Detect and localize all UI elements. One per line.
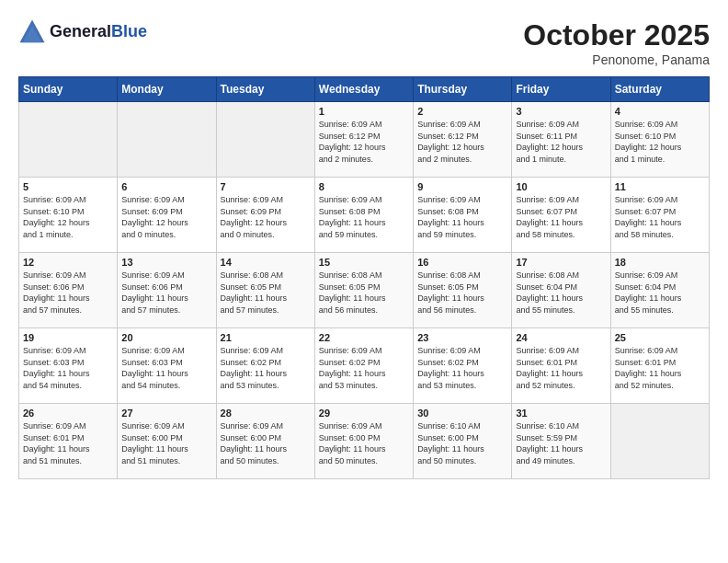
- day-number: 13: [121, 257, 211, 268]
- weekday-header: Thursday: [414, 77, 512, 102]
- day-number: 28: [221, 408, 311, 419]
- weekday-header: Tuesday: [216, 77, 314, 102]
- day-info: Sunrise: 6:09 AM Sunset: 6:12 PM Dayligh…: [417, 119, 507, 165]
- calendar-cell: 6Sunrise: 6:09 AM Sunset: 6:09 PM Daylig…: [118, 178, 216, 253]
- day-info: Sunrise: 6:09 AM Sunset: 6:09 PM Dayligh…: [121, 194, 211, 240]
- calendar-cell: 4Sunrise: 6:09 AM Sunset: 6:10 PM Daylig…: [610, 102, 709, 178]
- day-number: 21: [221, 332, 311, 343]
- calendar-cell: [610, 404, 709, 479]
- day-info: Sunrise: 6:09 AM Sunset: 6:11 PM Dayligh…: [516, 119, 606, 165]
- day-number: 3: [516, 106, 606, 117]
- page-header: GeneralBlue October 2025 Penonome, Panam…: [18, 18, 710, 67]
- calendar-cell: 12Sunrise: 6:09 AM Sunset: 6:06 PM Dayli…: [19, 253, 118, 328]
- day-number: 10: [516, 181, 606, 192]
- logo: GeneralBlue: [18, 18, 147, 46]
- day-number: 16: [417, 257, 507, 268]
- day-number: 24: [516, 332, 606, 343]
- day-number: 31: [516, 408, 606, 419]
- calendar-cell: 22Sunrise: 6:09 AM Sunset: 6:02 PM Dayli…: [314, 328, 413, 404]
- calendar-week-row: 12Sunrise: 6:09 AM Sunset: 6:06 PM Dayli…: [19, 253, 710, 328]
- calendar-cell: 3Sunrise: 6:09 AM Sunset: 6:11 PM Daylig…: [512, 102, 610, 178]
- weekday-header: Sunday: [19, 77, 118, 102]
- day-number: 9: [417, 181, 507, 192]
- day-info: Sunrise: 6:09 AM Sunset: 6:07 PM Dayligh…: [615, 194, 705, 240]
- calendar-week-row: 26Sunrise: 6:09 AM Sunset: 6:01 PM Dayli…: [19, 404, 710, 479]
- calendar-cell: 21Sunrise: 6:09 AM Sunset: 6:02 PM Dayli…: [216, 328, 314, 404]
- calendar-cell: 15Sunrise: 6:08 AM Sunset: 6:05 PM Dayli…: [314, 253, 413, 328]
- day-number: 6: [121, 181, 211, 192]
- day-info: Sunrise: 6:08 AM Sunset: 6:05 PM Dayligh…: [319, 270, 409, 316]
- day-number: 19: [23, 332, 113, 343]
- day-info: Sunrise: 6:09 AM Sunset: 6:12 PM Dayligh…: [319, 119, 409, 165]
- logo-icon: [18, 18, 46, 46]
- weekday-header: Friday: [512, 77, 610, 102]
- day-info: Sunrise: 6:08 AM Sunset: 6:05 PM Dayligh…: [221, 270, 311, 316]
- logo-text: GeneralBlue: [50, 23, 147, 41]
- day-info: Sunrise: 6:09 AM Sunset: 6:09 PM Dayligh…: [221, 194, 311, 240]
- calendar-cell: 26Sunrise: 6:09 AM Sunset: 6:01 PM Dayli…: [19, 404, 118, 479]
- day-info: Sunrise: 6:09 AM Sunset: 6:07 PM Dayligh…: [516, 194, 606, 240]
- day-info: Sunrise: 6:09 AM Sunset: 6:04 PM Dayligh…: [615, 270, 705, 316]
- day-info: Sunrise: 6:10 AM Sunset: 6:00 PM Dayligh…: [417, 420, 507, 466]
- calendar-table: SundayMondayTuesdayWednesdayThursdayFrid…: [18, 76, 710, 479]
- day-info: Sunrise: 6:09 AM Sunset: 6:00 PM Dayligh…: [221, 420, 311, 466]
- day-number: 14: [221, 257, 311, 268]
- calendar-cell: 8Sunrise: 6:09 AM Sunset: 6:08 PM Daylig…: [314, 178, 413, 253]
- calendar-cell: 5Sunrise: 6:09 AM Sunset: 6:10 PM Daylig…: [19, 178, 118, 253]
- calendar-cell: 14Sunrise: 6:08 AM Sunset: 6:05 PM Dayli…: [216, 253, 314, 328]
- day-number: 15: [319, 257, 409, 268]
- calendar-cell: 28Sunrise: 6:09 AM Sunset: 6:00 PM Dayli…: [216, 404, 314, 479]
- weekday-header: Monday: [118, 77, 216, 102]
- day-info: Sunrise: 6:09 AM Sunset: 6:08 PM Dayligh…: [417, 194, 507, 240]
- calendar-cell: 13Sunrise: 6:09 AM Sunset: 6:06 PM Dayli…: [118, 253, 216, 328]
- calendar-cell: 9Sunrise: 6:09 AM Sunset: 6:08 PM Daylig…: [414, 178, 512, 253]
- day-info: Sunrise: 6:09 AM Sunset: 6:00 PM Dayligh…: [319, 420, 409, 466]
- calendar-week-row: 1Sunrise: 6:09 AM Sunset: 6:12 PM Daylig…: [19, 102, 710, 178]
- calendar-week-row: 19Sunrise: 6:09 AM Sunset: 6:03 PM Dayli…: [19, 328, 710, 404]
- weekday-header: Saturday: [610, 77, 709, 102]
- day-number: 11: [615, 181, 705, 192]
- day-info: Sunrise: 6:09 AM Sunset: 6:10 PM Dayligh…: [23, 194, 113, 240]
- day-info: Sunrise: 6:09 AM Sunset: 6:02 PM Dayligh…: [319, 345, 409, 391]
- day-info: Sunrise: 6:09 AM Sunset: 6:02 PM Dayligh…: [417, 345, 507, 391]
- day-number: 23: [417, 332, 507, 343]
- calendar-cell: 16Sunrise: 6:08 AM Sunset: 6:05 PM Dayli…: [414, 253, 512, 328]
- calendar-week-row: 5Sunrise: 6:09 AM Sunset: 6:10 PM Daylig…: [19, 178, 710, 253]
- day-number: 22: [319, 332, 409, 343]
- day-number: 17: [516, 257, 606, 268]
- calendar-cell: 30Sunrise: 6:10 AM Sunset: 6:00 PM Dayli…: [414, 404, 512, 479]
- calendar-header: SundayMondayTuesdayWednesdayThursdayFrid…: [19, 77, 710, 102]
- calendar-cell: 20Sunrise: 6:09 AM Sunset: 6:03 PM Dayli…: [118, 328, 216, 404]
- day-number: 7: [221, 181, 311, 192]
- calendar-cell: 10Sunrise: 6:09 AM Sunset: 6:07 PM Dayli…: [512, 178, 610, 253]
- month-title: October 2025: [523, 18, 710, 52]
- day-info: Sunrise: 6:08 AM Sunset: 6:05 PM Dayligh…: [417, 270, 507, 316]
- day-info: Sunrise: 6:09 AM Sunset: 6:03 PM Dayligh…: [23, 345, 113, 391]
- day-number: 18: [615, 257, 705, 268]
- location-subtitle: Penonome, Panama: [523, 52, 710, 67]
- calendar-cell: 17Sunrise: 6:08 AM Sunset: 6:04 PM Dayli…: [512, 253, 610, 328]
- calendar-cell: [118, 102, 216, 178]
- calendar-cell: 1Sunrise: 6:09 AM Sunset: 6:12 PM Daylig…: [314, 102, 413, 178]
- calendar-body: 1Sunrise: 6:09 AM Sunset: 6:12 PM Daylig…: [19, 102, 710, 479]
- day-info: Sunrise: 6:09 AM Sunset: 6:10 PM Dayligh…: [615, 119, 705, 165]
- calendar-cell: 18Sunrise: 6:09 AM Sunset: 6:04 PM Dayli…: [610, 253, 709, 328]
- day-number: 1: [319, 106, 409, 117]
- calendar-cell: 19Sunrise: 6:09 AM Sunset: 6:03 PM Dayli…: [19, 328, 118, 404]
- calendar-cell: [19, 102, 118, 178]
- calendar-cell: 25Sunrise: 6:09 AM Sunset: 6:01 PM Dayli…: [610, 328, 709, 404]
- calendar-cell: 29Sunrise: 6:09 AM Sunset: 6:00 PM Dayli…: [314, 404, 413, 479]
- day-info: Sunrise: 6:09 AM Sunset: 6:02 PM Dayligh…: [221, 345, 311, 391]
- title-block: October 2025 Penonome, Panama: [523, 18, 710, 67]
- day-info: Sunrise: 6:09 AM Sunset: 6:01 PM Dayligh…: [516, 345, 606, 391]
- day-info: Sunrise: 6:09 AM Sunset: 6:00 PM Dayligh…: [121, 420, 211, 466]
- calendar-cell: 2Sunrise: 6:09 AM Sunset: 6:12 PM Daylig…: [414, 102, 512, 178]
- day-number: 4: [615, 106, 705, 117]
- day-info: Sunrise: 6:08 AM Sunset: 6:04 PM Dayligh…: [516, 270, 606, 316]
- day-info: Sunrise: 6:09 AM Sunset: 6:03 PM Dayligh…: [121, 345, 211, 391]
- day-number: 20: [121, 332, 211, 343]
- day-info: Sunrise: 6:09 AM Sunset: 6:06 PM Dayligh…: [121, 270, 211, 316]
- day-number: 12: [23, 257, 113, 268]
- calendar-cell: 31Sunrise: 6:10 AM Sunset: 5:59 PM Dayli…: [512, 404, 610, 479]
- day-info: Sunrise: 6:09 AM Sunset: 6:01 PM Dayligh…: [615, 345, 705, 391]
